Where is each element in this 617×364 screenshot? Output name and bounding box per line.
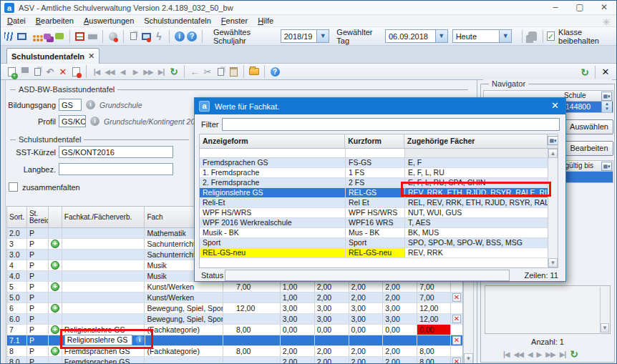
delete-row-icon[interactable]: ✕ bbox=[452, 336, 461, 345]
table-row[interactable]: 6P+Bewegung, Spiel, Sport12,003,003,003,… bbox=[7, 303, 462, 314]
bildungsgang-field[interactable]: GS bbox=[59, 99, 82, 111]
add-subject-icon[interactable]: + bbox=[51, 240, 59, 248]
chevron-down-icon[interactable]: ▼ bbox=[316, 30, 329, 42]
add-subject-icon[interactable]: + bbox=[51, 304, 59, 313]
add-subject-icon[interactable]: + bbox=[51, 325, 59, 334]
info-icon[interactable]: i bbox=[174, 30, 185, 43]
list-item[interactable]: REL-GS-neuREL-GS-neuREV, RRK bbox=[200, 248, 558, 258]
klasse-beibehalten-checkbox[interactable]: ✓ bbox=[547, 31, 555, 41]
info-icon[interactable]: i bbox=[90, 117, 99, 126]
scroll-down-icon[interactable]: ▼ bbox=[464, 353, 473, 364]
delete-row-icon[interactable]: ✕ bbox=[452, 293, 461, 302]
scroll-down-icon[interactable]: ▼ bbox=[548, 258, 558, 267]
menu-fenster[interactable]: Fenster bbox=[216, 16, 253, 26]
scroll-down-icon[interactable]: ▼ bbox=[601, 323, 609, 333]
new-record-icon[interactable] bbox=[6, 66, 17, 77]
duplicate-icon[interactable] bbox=[31, 66, 43, 77]
menu-schulstundentafeln[interactable]: Schulstundentafeln bbox=[139, 16, 216, 26]
fachkat-edit-field[interactable]: Religionslehre GS bbox=[64, 335, 132, 345]
nav-fast-back-icon[interactable]: ◀◀ bbox=[104, 66, 115, 77]
open-folder-icon[interactable] bbox=[248, 66, 260, 77]
save-icon[interactable] bbox=[19, 66, 30, 77]
add-subject-icon[interactable]: + bbox=[51, 282, 59, 291]
column-config-icon[interactable]: ▦▾ bbox=[601, 92, 612, 101]
classes-icon[interactable] bbox=[4, 30, 15, 43]
delete-row-icon[interactable]: ✕ bbox=[452, 315, 461, 323]
collapsed-splitter[interactable] bbox=[1, 80, 6, 364]
undo-icon[interactable]: ↶ bbox=[44, 66, 56, 77]
table-row[interactable]: 8P+Fremdsprachen GS(Fachkategorie)8,002,… bbox=[7, 346, 462, 357]
nav-fast-forward-icon[interactable]: ▶▶ bbox=[142, 66, 154, 77]
bearbeiten-button[interactable]: Bearbeiten bbox=[565, 141, 613, 156]
chevron-down-icon[interactable]: ▼ bbox=[499, 30, 511, 42]
nav-last-icon[interactable]: ▶| bbox=[155, 66, 167, 77]
students-icon[interactable] bbox=[29, 30, 40, 43]
nav-first-icon[interactable]: |◀ bbox=[503, 350, 510, 358]
maximize-button[interactable]: ▢ bbox=[568, 1, 592, 15]
table-row[interactable]: 7P+Religionslehre GS(Fachkategorie)8,000… bbox=[7, 325, 462, 335]
table-row[interactable]: 5.0PKunst/Werken1,002,002,002,007,00✕ bbox=[7, 292, 462, 303]
nav-back-icon[interactable]: ◀ bbox=[528, 350, 533, 358]
chevron-down-icon[interactable]: ▼ bbox=[435, 30, 447, 42]
dialog-scrollbar[interactable]: ▲ ▼ bbox=[548, 149, 558, 267]
menu-datei[interactable]: Datei bbox=[2, 16, 31, 26]
globe-status-icon[interactable] bbox=[107, 30, 119, 43]
schuljahr-select[interactable]: 2018/19 ▼ bbox=[281, 29, 330, 43]
menu-bearbeiten[interactable]: Bearbeiten bbox=[31, 16, 79, 26]
result-list[interactable]: ▼ bbox=[485, 285, 611, 334]
fachkat-filter-row[interactable] bbox=[200, 149, 558, 158]
add-subject-icon[interactable]: + bbox=[51, 261, 59, 270]
nav-back-icon[interactable]: ◀ bbox=[117, 66, 128, 77]
list-item[interactable]: Religionslehre GSREL-GSREV, RRK, ETH, RJ… bbox=[200, 188, 558, 198]
module-close-icon[interactable]: ✕ bbox=[600, 67, 611, 78]
column-config-icon[interactable]: ▦▾ bbox=[601, 162, 612, 171]
nav-first-icon[interactable]: |◀ bbox=[91, 66, 102, 77]
list-item[interactable]: WPF HS/WRSWPF HS/WRSNUT, WUI, GUS bbox=[200, 208, 558, 218]
chat-icon[interactable] bbox=[54, 30, 66, 43]
timetable-icon[interactable] bbox=[74, 30, 86, 43]
report-print-icon[interactable] bbox=[87, 30, 99, 43]
nav-forward-icon[interactable]: ▶ bbox=[537, 350, 542, 358]
delete-record-icon[interactable]: ✕ bbox=[57, 66, 69, 77]
refresh-icon[interactable]: ↻ bbox=[168, 66, 180, 77]
table-row[interactable]: 8.0PFremdsprachen GS2,002,002,002,008,00… bbox=[7, 357, 462, 364]
header-sort[interactable]: Sort. bbox=[7, 207, 27, 227]
nav-fast-back-icon[interactable]: ◀◀ bbox=[514, 350, 523, 358]
close-button[interactable]: ✕ bbox=[592, 1, 616, 15]
list-item[interactable]: SportSportSPO, SPO-M, SPO-W, BSS, MSG bbox=[200, 238, 558, 248]
refresh-icon[interactable]: ↻ bbox=[570, 348, 578, 360]
copy-windows-icon[interactable] bbox=[128, 30, 140, 43]
list-item[interactable]: 2. Fremdsprache2 FSE, F, L, RU, SPA, CHI… bbox=[200, 178, 558, 188]
minimize-button[interactable]: – bbox=[543, 1, 568, 15]
header-fachkat[interactable]: Fachkat./Fächerverb. bbox=[62, 207, 145, 227]
zusammenfalten-checkbox[interactable] bbox=[9, 182, 18, 192]
info-icon[interactable]: i bbox=[135, 335, 145, 345]
scroll-up-icon[interactable]: ▲ bbox=[548, 149, 558, 158]
menu-hilfe[interactable]: Hilfe bbox=[253, 16, 278, 26]
column-config-icon[interactable]: ▦▾ bbox=[548, 134, 558, 148]
info-icon[interactable]: i bbox=[86, 100, 95, 109]
tab-close-icon[interactable]: ✕ bbox=[88, 51, 94, 61]
header-kurzform[interactable]: Kurzform bbox=[345, 134, 404, 148]
filter-input[interactable] bbox=[222, 118, 560, 131]
back-arrow-icon[interactable]: ← bbox=[189, 66, 200, 77]
cut-icon[interactable]: ✂ bbox=[202, 66, 213, 77]
help-icon[interactable]: ? bbox=[186, 30, 198, 43]
tag-select[interactable]: 06.09.2018 ▼ bbox=[385, 29, 448, 43]
module-refresh-icon[interactable]: ↻ bbox=[579, 67, 591, 78]
monitor-alert-icon[interactable] bbox=[141, 30, 152, 43]
table-row[interactable]: 7.1PReligionslehre GSi✕ bbox=[7, 335, 462, 346]
sst-kuerzel-field[interactable]: GS/KONT2016 bbox=[59, 146, 173, 158]
table-row[interactable]: 6.0PBewegung, Spiel, Sport3,003,003,003,… bbox=[7, 314, 462, 325]
list-item[interactable]: WPF 2016 WerkrealschuleWPF16 WRST, AES bbox=[200, 218, 558, 228]
nav-last-icon[interactable]: ▶| bbox=[560, 350, 566, 358]
copy-icon[interactable] bbox=[215, 66, 226, 77]
thumb-icon[interactable] bbox=[527, 30, 538, 43]
list-item[interactable]: Musik - BKMus - BKBK, MUS bbox=[200, 228, 558, 238]
messages-icon[interactable] bbox=[42, 30, 53, 43]
dialog-close-icon[interactable]: ✕ bbox=[551, 100, 559, 111]
header-bereich[interactable]: St. Bereich bbox=[27, 207, 49, 227]
paste-icon[interactable] bbox=[228, 66, 239, 77]
form-options-icon[interactable] bbox=[70, 66, 82, 77]
tab-schulstundentafeln[interactable]: Schulstundentafeln ✕ bbox=[6, 48, 99, 64]
